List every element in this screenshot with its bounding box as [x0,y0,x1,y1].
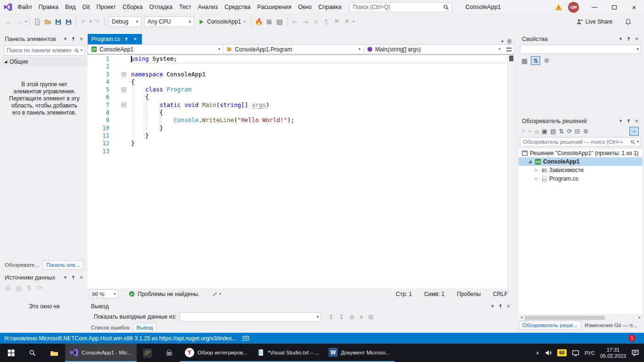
search-icon[interactable] [443,4,449,10]
notification-warning-icon[interactable] [555,4,562,11]
solution-configuration-dropdown[interactable]: Debug▾ [108,16,141,27]
menu-view[interactable]: Вид [62,2,79,12]
pending-changes-filter-icon[interactable]: ▣ [542,128,547,134]
pin-icon[interactable] [625,35,633,43]
window-layout-icon[interactable]: ⊞ [264,16,274,27]
all-windows-icon[interactable]: ▤ [275,16,284,27]
tree-row-project[interactable]: ◢ C# ConsoleApp1 [519,157,643,166]
properties-object-dropdown[interactable]: ▾ [520,45,641,54]
code-line[interactable]: 6 { [88,93,507,101]
close-icon[interactable]: × [77,274,85,281]
solution-platform-dropdown[interactable]: Any CPU▾ [144,16,194,27]
column-indicator[interactable]: Симв: 1 [424,291,445,297]
zoom-dropdown[interactable]: 96 % ▾ [89,289,118,298]
notification-badge[interactable]: 1 [628,335,636,342]
code-line[interactable]: 3−namespace ConsoleApp1 [88,71,507,78]
code-line[interactable]: 4{ [88,78,507,86]
battery-percent-badge[interactable]: 60 [557,349,567,356]
collapsed-arrow-icon[interactable]: ▷ [534,168,539,172]
open-file-icon[interactable] [43,16,52,27]
toolbox-header[interactable]: Панель элементов ▾ × [1,34,87,44]
line-indicator[interactable]: Стр: 1 [396,291,412,297]
keyboard-language[interactable]: РУС [585,350,595,356]
search-icon[interactable] [74,48,79,53]
sync-data-source-icon[interactable]: ⇅ [26,285,32,291]
alphabetical-sort-icon[interactable]: ⇅ [531,56,540,65]
member-dropdown[interactable]: Main(string[] args) ▾ [364,45,504,54]
scrollbar-thumb[interactable] [525,316,605,320]
prev-message-icon[interactable]: ↥ [329,314,334,320]
configure-data-source-icon[interactable]: ▤ [16,285,22,291]
tree-row-dependencies[interactable]: ▷ Зависимости [519,166,643,174]
tab-program-cs[interactable]: Program.cs × [88,34,142,44]
menu-debug[interactable]: Отладка [146,2,176,12]
solution-search-input[interactable] [520,139,630,145]
minimize-button[interactable]: — [585,0,604,14]
tab-git-changes[interactable]: Изменения Git — п... [581,321,640,330]
package-restore-icon[interactable] [242,335,249,342]
pin-icon[interactable] [69,35,77,43]
undo-chevron-icon[interactable]: ▾ [90,20,91,24]
live-share-button[interactable]: Live Share [576,18,612,25]
window-options-chevron-icon[interactable]: ▾ [488,303,496,310]
solution-horizontal-scrollbar[interactable]: ◄ ► [519,314,643,321]
add-data-source-icon[interactable]: ⊞ [5,285,11,291]
properties-gear-icon[interactable] [583,128,589,134]
split-window-button[interactable] [504,45,514,54]
code-editor[interactable]: 1using System;23−namespace ConsoleApp14{… [88,54,514,288]
start-button[interactable] [0,344,22,362]
scroll-left-icon[interactable]: ◄ [520,316,523,320]
code-line[interactable]: 13 [88,148,507,155]
menu-window[interactable]: Окно [295,2,315,12]
tree-row-program-cs[interactable]: ▷ C# Program.cs [519,174,643,183]
menu-project[interactable]: Проект [93,2,119,12]
toolbox-search-box[interactable]: ▾ [4,45,85,56]
project-dropdown[interactable]: C# ConsoleApp1 ▾ [88,45,223,54]
restore-button[interactable] [604,0,624,14]
pin-icon[interactable] [625,117,633,125]
window-gear-icon[interactable] [506,38,512,44]
code-line[interactable]: 7− static void Main(string[] args) [88,101,507,109]
code-cleanup-button[interactable]: ▾ [212,291,221,297]
formatting-marks-icon[interactable]: ¶ [322,16,331,27]
new-file-icon[interactable] [33,16,42,27]
clear-all-icon[interactable]: ⊘ [349,314,355,320]
code-line[interactable]: 10 } [88,124,507,132]
menu-build[interactable]: Сборка [119,2,146,12]
refresh-data-source-icon[interactable]: ⟳ [37,285,42,291]
volume-icon[interactable] [545,349,552,356]
taskbar-app-visual-studio[interactable]: ConsoleApp1 - Mic... [65,344,137,362]
close-icon[interactable]: × [633,117,641,125]
menu-tools[interactable]: Средства [221,2,254,12]
tab-output[interactable]: Вывод [133,323,157,332]
close-button[interactable]: × [624,0,644,14]
taskbar-app-browser[interactable]: Y Обзор интегриров... [180,344,252,362]
taskbar-app-game[interactable] [137,344,158,362]
back-icon[interactable]: ◄ [521,129,525,133]
redo-icon[interactable]: ↷ [92,16,101,27]
pin-icon[interactable] [69,274,77,281]
pin-icon[interactable] [496,303,504,310]
window-options-chevron-icon[interactable]: ▾ [61,35,69,43]
tab-toolbox[interactable]: Панель эле... [42,260,83,270]
feedback-bell-icon[interactable] [625,18,632,25]
save-all-icon[interactable] [64,16,73,27]
hot-reload-icon[interactable]: 🔥 [254,16,264,27]
toolbar-overflow-chevron-icon[interactable]: ▾ [353,20,355,24]
expanded-arrow-icon[interactable]: ◢ [527,160,533,164]
categorized-icon[interactable]: ▦ [521,58,528,64]
taskbar-clock[interactable]: 17:31 05.02.2023 [600,347,626,359]
spaces-indicator[interactable]: Пробелы [457,291,481,297]
bookmark-next-icon[interactable]: ⚑ [342,16,352,27]
action-center-icon[interactable] [631,349,639,357]
taskbar-app-skull-game[interactable]: ☠ [158,344,180,362]
properties-header[interactable]: Свойства ▾ × [519,34,643,44]
preview-selected-items-icon[interactable]: − [629,127,639,136]
close-icon[interactable]: × [504,303,512,310]
toolbox-search-input[interactable] [4,47,74,54]
solution-explorer-header[interactable]: Обозреватель решений ▾ × [519,116,643,126]
bookmark-icon[interactable]: ⚑ [332,16,341,27]
search-icon[interactable] [630,140,636,145]
outline-icon[interactable]: ≡ [311,16,321,27]
window-options-chevron-icon[interactable]: ▾ [617,117,625,125]
